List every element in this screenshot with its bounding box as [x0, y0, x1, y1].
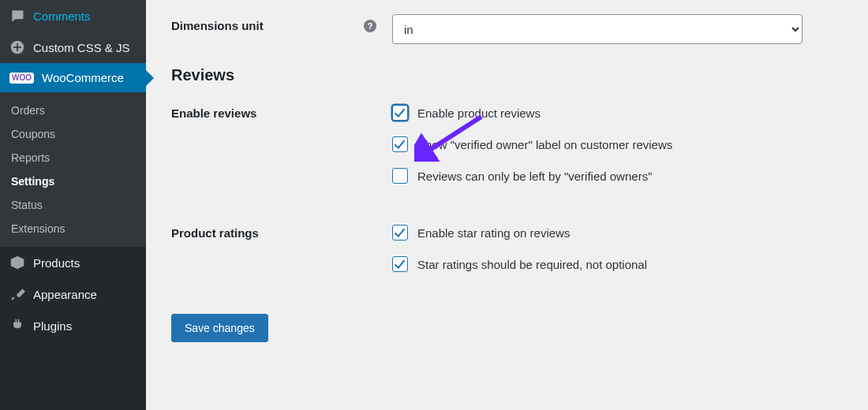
sidebar-item-label: Products: [33, 256, 80, 270]
verified-owners-only-option[interactable]: Reviews can only be left by "verified ow…: [392, 168, 672, 184]
enable-product-reviews-option[interactable]: Enable product reviews: [392, 105, 672, 121]
package-icon: [9, 255, 25, 270]
star-rating-required-checkbox[interactable]: [392, 256, 408, 272]
enable-product-reviews-text: Enable product reviews: [417, 106, 541, 120]
woocommerce-submenu: Orders Coupons Reports Settings Status E…: [0, 92, 146, 247]
reviews-heading: Reviews: [171, 66, 843, 84]
subitem-status[interactable]: Status: [0, 193, 146, 217]
star-rating-required-option[interactable]: Star ratings should be required, not opt…: [392, 256, 647, 272]
sidebar-item-plugins[interactable]: Plugins: [0, 310, 146, 341]
subitem-extensions[interactable]: Extensions: [0, 217, 146, 240]
sidebar-item-label: WooCommerce: [42, 71, 124, 84]
sidebar-item-appearance[interactable]: Appearance: [0, 278, 146, 310]
sidebar-item-custom-css[interactable]: Custom CSS & JS: [0, 32, 146, 63]
save-button[interactable]: Save changes: [171, 314, 268, 342]
enable-star-rating-text: Enable star rating on reviews: [417, 226, 570, 240]
enable-product-reviews-checkbox[interactable]: [392, 105, 408, 121]
verified-owner-label-option[interactable]: Show "verified owner" label on customer …: [392, 136, 672, 152]
brush-icon: [9, 286, 25, 302]
dimensions-unit-select[interactable]: in: [392, 14, 803, 44]
plus-circle-icon: [9, 39, 25, 55]
enable-reviews-label: Enable reviews: [171, 106, 256, 120]
sidebar-item-woocommerce[interactable]: WOO WooCommerce: [0, 63, 146, 92]
sidebar-item-label: Plugins: [33, 319, 72, 333]
enable-star-rating-option[interactable]: Enable star rating on reviews: [392, 225, 647, 240]
subitem-coupons[interactable]: Coupons: [0, 122, 146, 146]
verified-owner-label-checkbox[interactable]: [392, 136, 408, 152]
dimensions-unit-row: Dimensions unit ? in: [171, 14, 843, 44]
verified-owner-label-text: Show "verified owner" label on customer …: [417, 138, 672, 151]
woo-logo-icon: WOO: [9, 73, 34, 84]
sidebar-item-label: Custom CSS & JS: [33, 41, 130, 54]
comment-icon: [9, 8, 25, 24]
sidebar-item-products[interactable]: Products: [0, 247, 146, 278]
help-icon[interactable]: ?: [364, 20, 376, 32]
settings-panel: Dimensions unit ? in Reviews Enable revi…: [146, 0, 868, 410]
verified-owners-only-text: Reviews can only be left by "verified ow…: [417, 170, 652, 183]
verified-owners-only-checkbox[interactable]: [392, 168, 408, 184]
star-rating-required-text: Star ratings should be required, not opt…: [417, 258, 647, 271]
product-ratings-label: Product ratings: [171, 226, 259, 240]
enable-star-rating-checkbox[interactable]: [392, 225, 408, 240]
subitem-reports[interactable]: Reports: [0, 146, 146, 170]
plug-icon: [9, 318, 25, 334]
sidebar-item-label: Comments: [33, 9, 91, 23]
sidebar-item-label: Appearance: [33, 288, 97, 301]
admin-sidebar: Comments Custom CSS & JS WOO WooCommerce…: [0, 0, 146, 410]
svg-rect-2: [13, 47, 21, 48]
subitem-settings[interactable]: Settings: [0, 170, 146, 193]
dimensions-unit-label: Dimensions unit: [171, 19, 264, 32]
subitem-orders[interactable]: Orders: [0, 99, 146, 122]
sidebar-item-comments[interactable]: Comments: [0, 0, 146, 32]
